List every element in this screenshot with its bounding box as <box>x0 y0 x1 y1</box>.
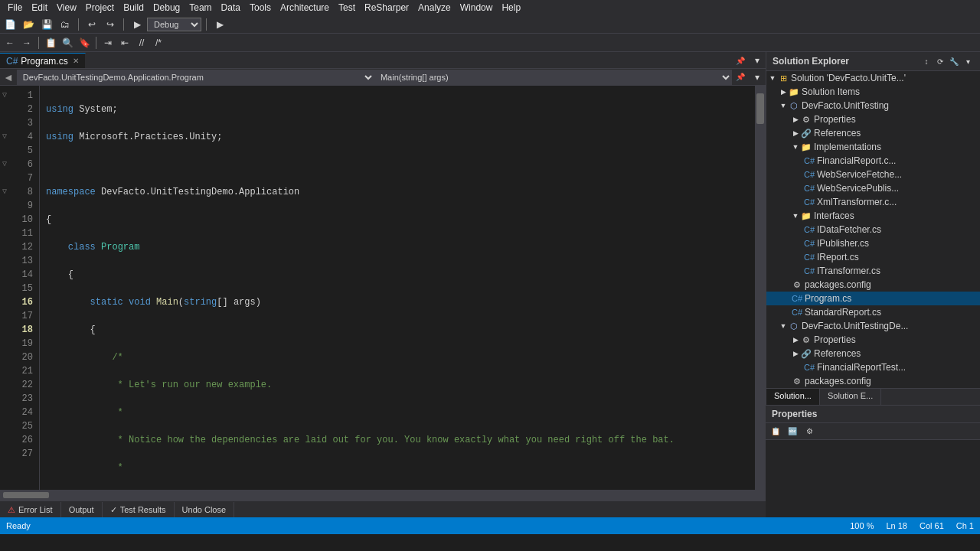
horizontal-scrollbar[interactable] <box>0 490 766 500</box>
expand-props-1[interactable]: ▶ <box>791 115 800 124</box>
nav-pin[interactable]: 📌 <box>732 70 749 85</box>
vertical-scrollbar[interactable] <box>755 86 766 490</box>
menu-edit[interactable]: Edit <box>27 2 52 13</box>
tree-interfaces[interactable]: ▼ 📁 Interfaces <box>766 209 980 223</box>
menu-analyze[interactable]: Analyze <box>413 2 456 13</box>
tree-webservice-publisher[interactable]: C# WebServicePublis... <box>766 181 980 195</box>
fold-4[interactable]: ▽ <box>0 130 9 144</box>
cs-icon-xt: C# <box>803 196 815 208</box>
redo-btn[interactable]: ↪ <box>102 17 119 32</box>
menu-view[interactable]: View <box>52 2 81 13</box>
nav-expand[interactable]: ▾ <box>749 70 766 85</box>
tree-implementations[interactable]: ▼ 📁 Implementations <box>766 140 980 154</box>
tree-program-cs[interactable]: C# Program.cs <box>766 292 980 305</box>
save-btn[interactable]: 💾 <box>38 17 55 32</box>
tree-solution[interactable]: ▼ ⊞ Solution 'DevFacto.UnitTe...' <box>766 71 980 85</box>
tree-packages-config-2[interactable]: ⚙ packages.config <box>766 374 980 388</box>
expand-impl[interactable]: ▼ <box>791 142 800 152</box>
tree-properties-1[interactable]: ▶ ⚙ Properties <box>766 112 980 126</box>
se-refresh-btn[interactable]: ⟳ <box>934 55 946 67</box>
tree-idatafetcher[interactable]: C# IDataFetcher.cs <box>766 223 980 236</box>
config-combo[interactable]: Debug Release <box>147 18 201 31</box>
menu-debug[interactable]: Debug <box>149 2 185 13</box>
bookmark-btn[interactable]: 🔖 <box>76 35 93 51</box>
tab-undo-close[interactable]: Undo Close <box>175 502 234 517</box>
menu-team[interactable]: Team <box>185 2 216 13</box>
method-selector[interactable]: Main(string[] args) <box>374 70 732 85</box>
tree-financial-report[interactable]: C# FinancialReport.c... <box>766 154 980 168</box>
h-scroll-thumb[interactable] <box>3 492 49 498</box>
dropdown-btn[interactable]: ▾ <box>749 53 766 68</box>
expand-refs-2[interactable]: ▶ <box>791 349 800 358</box>
menu-project[interactable]: Project <box>81 2 119 13</box>
tab-program-cs[interactable]: C# Program.cs ✕ <box>0 53 86 68</box>
props-settings-btn[interactable]: ⚙ <box>801 424 818 439</box>
indent-btn[interactable]: ⇥ <box>100 35 116 51</box>
fold-8[interactable]: ▽ <box>0 185 9 199</box>
tree-solution-items[interactable]: ▶ 📁 Solution Items <box>766 85 980 99</box>
tree-project-2[interactable]: ▼ ⬡ DevFacto.UnitTestingDe... <box>766 319 980 333</box>
menu-architecture[interactable]: Architecture <box>276 2 334 13</box>
tree-ireport[interactable]: C# IReport.cs <box>766 250 980 264</box>
save-all-btn[interactable]: 🗂 <box>57 17 74 32</box>
menu-test[interactable]: Test <box>334 2 360 13</box>
menu-help[interactable]: Help <box>497 2 525 13</box>
fold-6[interactable]: ▽ <box>0 158 9 171</box>
comment-btn[interactable]: // <box>133 35 150 51</box>
tree-packages-config-1[interactable]: ⚙ packages.config <box>766 278 980 292</box>
outdent-btn[interactable]: ⇤ <box>116 35 133 51</box>
tree-references-1[interactable]: ▶ 🔗 References <box>766 126 980 140</box>
pin-btn[interactable]: 📌 <box>732 53 749 68</box>
tree-references-2[interactable]: ▶ 🔗 References <box>766 347 980 360</box>
tree-properties-2[interactable]: ▶ ⚙ Properties <box>766 333 980 347</box>
tab-test-results[interactable]: ✓ Test Results <box>103 502 175 517</box>
fold-1[interactable]: ▽ <box>0 89 9 103</box>
se-tab-solution-e[interactable]: Solution E... <box>820 389 881 405</box>
se-prop-btn[interactable]: 🔧 <box>948 55 960 67</box>
se-tab-solution[interactable]: Solution... <box>766 389 820 405</box>
se-sync-btn[interactable]: ↕ <box>920 55 933 67</box>
start-btn[interactable]: ▶ <box>129 17 145 32</box>
solution-config-btn[interactable]: ▶ <box>211 17 228 32</box>
se-tree[interactable]: ▼ ⊞ Solution 'DevFacto.UnitTe...' ▶ 📁 So… <box>766 71 980 388</box>
menu-window[interactable]: Window <box>456 2 498 13</box>
back-btn[interactable]: ← <box>2 35 18 51</box>
tree-ipublisher[interactable]: C# IPublisher.cs <box>766 236 980 250</box>
tree-standard-report[interactable]: C# StandardReport.cs <box>766 305 980 319</box>
find-btn[interactable]: 🔍 <box>59 35 76 51</box>
code-editor[interactable]: ▽ ▽ ▽ ▽ 1234 5678 9101112 131415 16 17 1… <box>0 86 766 490</box>
copy-btn[interactable]: 📋 <box>42 35 59 51</box>
tab-close-btn[interactable]: ✕ <box>73 57 79 65</box>
open-btn[interactable]: 📂 <box>20 17 37 32</box>
expand-project-1[interactable]: ▼ <box>779 101 788 110</box>
menu-build[interactable]: Build <box>119 2 149 13</box>
props-categories-btn[interactable]: 📋 <box>767 424 784 439</box>
code-content[interactable]: using System; using Microsoft.Practices.… <box>40 86 755 490</box>
tree-project-1[interactable]: ▼ ⬡ DevFacto.UnitTesting <box>766 99 980 112</box>
menu-file[interactable]: File <box>3 2 27 13</box>
se-view-btn[interactable]: ▾ <box>962 55 974 67</box>
forward-btn[interactable]: → <box>18 35 35 51</box>
class-selector[interactable]: DevFacto.UnitTestingDemo.Application.Pro… <box>17 70 374 85</box>
tab-error-list[interactable]: ⚠ Error List <box>0 502 61 517</box>
expand-refs-1[interactable]: ▶ <box>791 129 800 138</box>
nav-back[interactable]: ◄ <box>0 71 17 83</box>
menu-data[interactable]: Data <box>217 2 245 13</box>
expand-solution-items[interactable]: ▶ <box>779 87 788 96</box>
undo-btn[interactable]: ↩ <box>83 17 100 32</box>
tree-itransformer[interactable]: C# ITransformer.cs <box>766 264 980 278</box>
scroll-thumb[interactable] <box>756 93 764 124</box>
menu-tools[interactable]: Tools <box>245 2 276 13</box>
tree-financial-report-test[interactable]: C# FinancialReportTest... <box>766 360 980 374</box>
menu-resharper[interactable]: ReSharper <box>360 2 413 13</box>
expand-props-2[interactable]: ▶ <box>791 335 800 344</box>
expand-project-2[interactable]: ▼ <box>779 321 788 331</box>
new-project-btn[interactable]: 📄 <box>2 17 18 32</box>
expand-solution[interactable]: ▼ <box>768 73 777 83</box>
expand-interfaces[interactable]: ▼ <box>791 211 800 220</box>
props-alpha-btn[interactable]: 🔤 <box>784 424 801 439</box>
tree-xml-transformer[interactable]: C# XmlTransformer.c... <box>766 195 980 209</box>
tab-output[interactable]: Output <box>61 502 103 517</box>
uncomment-btn[interactable]: /* <box>150 35 167 51</box>
tree-webservice-fetcher[interactable]: C# WebServiceFetche... <box>766 168 980 181</box>
